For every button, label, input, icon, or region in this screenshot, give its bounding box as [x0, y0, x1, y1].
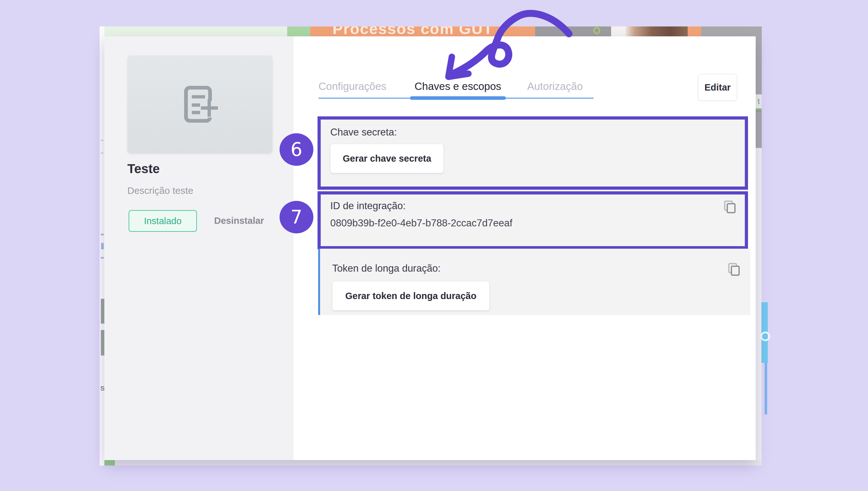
- background-app-top-strip: Processos com GUT: [100, 26, 762, 36]
- background-pale-green-band: [100, 26, 287, 36]
- background-right-gray-strip: [756, 36, 762, 148]
- generate-secret-key-button[interactable]: Gerar chave secreta: [330, 144, 443, 173]
- background-toolbar-fragment: [535, 26, 611, 36]
- background-right-light-strip: [756, 148, 762, 465]
- background-green-band: [287, 26, 310, 36]
- background-left-mark: [101, 140, 103, 141]
- tab-autorizacao[interactable]: Autorização: [527, 80, 583, 92]
- page: { "background": { "title": "Processos co…: [0, 0, 868, 491]
- background-right-blue-block: [761, 302, 768, 363]
- annotation-badge-7: 7: [279, 201, 314, 233]
- background-left-mark: [101, 152, 103, 154]
- background-left-gray-block: [101, 299, 104, 355]
- tab-configuracoes[interactable]: Configurações: [319, 80, 386, 92]
- background-right-green-dash: [756, 110, 761, 112]
- avatar: [625, 26, 688, 36]
- integration-id-section: ID de integração: 0809b39b-f2e0-4eb7-b78…: [318, 191, 748, 249]
- background-white-fragment: [611, 26, 625, 36]
- document-plus-icon: [179, 84, 221, 125]
- app-name: Teste: [127, 162, 160, 176]
- background-left-edge: s: [100, 26, 104, 465]
- integration-id-label: ID de integração:: [330, 200, 406, 212]
- background-gray-fragment: [701, 26, 762, 36]
- generate-long-token-button[interactable]: Gerar token de longa duração: [332, 281, 490, 311]
- background-left-gray-notch: [101, 324, 104, 330]
- background-right-blue-line: [765, 363, 767, 414]
- background-right-ring-icon: [760, 331, 770, 341]
- app-description: Descrição teste: [127, 185, 193, 196]
- copy-icon[interactable]: [728, 263, 741, 277]
- background-bottom-strip: [100, 460, 762, 465]
- secret-key-label: Chave secreta:: [330, 126, 397, 138]
- tab-chaves-e-escopos[interactable]: Chaves e escopos: [414, 80, 501, 92]
- secret-key-section: Chave secreta: Gerar chave secreta: [318, 116, 748, 190]
- background-green-ring-icon: [593, 27, 600, 34]
- background-right-edge: t: [756, 36, 769, 465]
- installed-status-badge[interactable]: Instalado: [129, 210, 197, 232]
- edit-button[interactable]: Editar: [698, 74, 737, 101]
- long-token-section: Token de longa duração: Gerar token de l…: [318, 249, 750, 315]
- background-orange-fragment: [688, 26, 701, 36]
- copy-icon[interactable]: [724, 200, 736, 214]
- background-left-blue-dash: [101, 234, 104, 235]
- background-right-letter: t: [756, 94, 762, 108]
- tabs-active-indicator: [410, 96, 506, 100]
- background-page-title: Processos com GUT: [332, 26, 493, 36]
- annotation-badge-6: 6: [279, 133, 314, 166]
- uninstall-button[interactable]: Desinstalar: [214, 215, 264, 226]
- app-info-panel: Teste Descrição teste Instalado Desinsta…: [104, 36, 293, 460]
- integration-modal: Teste Descrição teste Instalado Desinsta…: [104, 36, 756, 460]
- app-icon-card: [127, 56, 273, 153]
- integration-id-value: 0809b39b-f2e0-4eb7-b788-2ccac7d7eeaf: [330, 218, 513, 229]
- long-token-label: Token de longa duração:: [332, 263, 441, 274]
- background-left-blue-dash: [101, 257, 104, 259]
- background-left-blue-dots: [101, 243, 104, 249]
